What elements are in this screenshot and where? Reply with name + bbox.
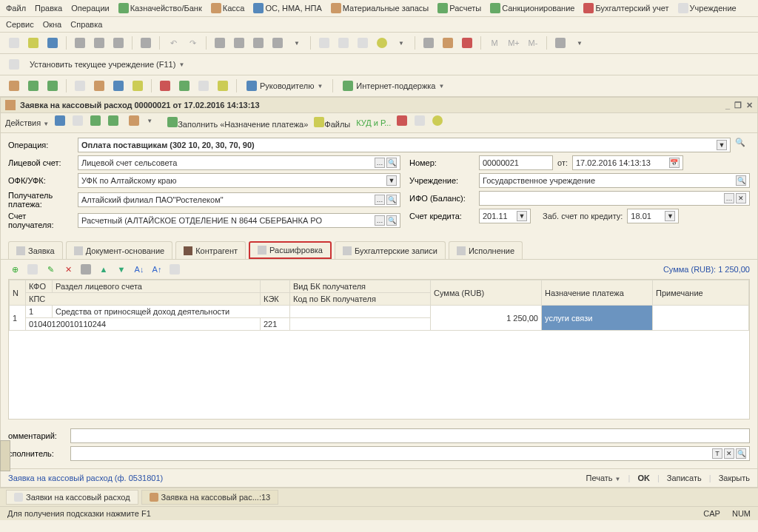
tb-calc-icon[interactable] xyxy=(420,35,437,51)
tb-item1-icon[interactable] xyxy=(212,35,228,51)
gb-settings-icon[interactable] xyxy=(168,263,181,276)
wintab-2[interactable]: Заявка на кассовый рас...:13 xyxy=(141,490,279,505)
doc-help-icon[interactable] xyxy=(432,115,447,130)
save-button[interactable]: Записать xyxy=(667,474,702,482)
tb3-i6-icon[interactable] xyxy=(110,78,127,94)
tb-item3-icon[interactable] xyxy=(250,35,266,51)
tb-m-icon[interactable]: M xyxy=(486,35,503,51)
tb-save-icon[interactable] xyxy=(44,35,61,51)
menu-os[interactable]: ОС, НМА, НПА xyxy=(253,3,321,13)
gb-icon1[interactable] xyxy=(79,263,93,276)
ls-input[interactable]: Лицевой счет сельсовета…🔍 xyxy=(78,155,400,170)
tab-basis[interactable]: Документ-основание xyxy=(66,241,172,259)
search-icon[interactable]: 🔍 xyxy=(386,195,397,205)
payee-input[interactable]: Алтайский филиал ПАО"Ростелеком"…🔍 xyxy=(78,192,400,207)
tb-dropdown-icon[interactable]: ▼ xyxy=(289,35,305,51)
tb-grid3-icon[interactable] xyxy=(355,35,371,51)
col-n[interactable]: N xyxy=(10,280,26,306)
data-grid[interactable]: N КФО Раздел лицевого счета Вид БК получ… xyxy=(8,279,750,420)
operation-input[interactable]: Оплата поставщикам (302 10, 20, 30, 70, … xyxy=(78,138,731,152)
menu-help[interactable]: Справка xyxy=(70,20,102,29)
tb-grid1-icon[interactable] xyxy=(316,35,332,51)
col-bk-code[interactable]: Код по БК получателя xyxy=(290,293,431,306)
tb-undo-icon[interactable]: ↶ xyxy=(165,35,181,51)
edit-row-icon[interactable]: ✎ xyxy=(44,263,57,276)
tb-dd3-icon[interactable]: ▼ xyxy=(571,35,588,51)
tb2-inst-icon[interactable] xyxy=(6,56,22,73)
date-input[interactable]: 17.02.2016 14:13:13📅 xyxy=(572,155,683,170)
ellipsis-icon[interactable]: … xyxy=(724,193,734,203)
doc-tb1-icon[interactable] xyxy=(55,115,70,130)
tb-item4-icon[interactable] xyxy=(269,35,286,51)
tb3-i1-icon[interactable] xyxy=(6,78,22,94)
sort-asc-icon[interactable]: A↓ xyxy=(133,263,146,276)
search-icon[interactable]: 🔍 xyxy=(736,448,746,459)
ellipsis-icon[interactable]: … xyxy=(375,215,385,226)
wintab-1[interactable]: Заявки на кассовый расход xyxy=(6,490,138,505)
clear-icon[interactable]: ✕ xyxy=(724,448,734,459)
tb3-i4-icon[interactable] xyxy=(72,78,88,94)
move-down-icon[interactable]: ▼ xyxy=(115,263,128,276)
tb-wrench-icon[interactable] xyxy=(552,35,568,51)
tb-redo-icon[interactable]: ↷ xyxy=(184,35,201,51)
tb3-i10-icon[interactable] xyxy=(195,78,212,94)
tab-contractor[interactable]: Контрагент xyxy=(175,241,246,259)
credit-input[interactable]: 201.11▼ xyxy=(479,209,531,223)
win-close-icon[interactable]: ✕ xyxy=(746,101,753,110)
col-sum[interactable]: Сумма (RUB) xyxy=(431,280,542,306)
tb-red-icon[interactable] xyxy=(459,35,475,51)
menu-calc[interactable]: Расчеты xyxy=(437,3,481,13)
tb3-i3-icon[interactable] xyxy=(44,78,61,94)
col-kps[interactable]: КПС xyxy=(26,293,261,306)
ok-button[interactable]: OK xyxy=(637,474,650,482)
copy-row-icon[interactable] xyxy=(26,263,39,276)
col-purpose[interactable]: Назначение платежа xyxy=(542,280,653,306)
col-note[interactable]: Примечание xyxy=(653,280,749,306)
doc-tb5-icon[interactable] xyxy=(129,115,144,130)
tb-mminus-icon[interactable]: M- xyxy=(525,35,541,51)
sort-desc-icon[interactable]: A↑ xyxy=(150,263,164,276)
menu-windows[interactable]: Окна xyxy=(43,20,62,29)
doc-tb7-icon[interactable] xyxy=(415,115,429,130)
close-button[interactable]: Закрыть xyxy=(719,474,750,482)
ellipsis-icon[interactable]: … xyxy=(375,158,385,168)
menu-ops[interactable]: Операции xyxy=(71,3,109,13)
print-button[interactable]: Печать ▼ xyxy=(586,474,621,482)
win-minimize-icon[interactable]: _ xyxy=(725,101,730,110)
col-kfo[interactable]: КФО xyxy=(26,280,53,293)
tb3-i7-icon[interactable] xyxy=(130,78,146,94)
zab-input[interactable]: 18.01▼ xyxy=(627,209,679,223)
ellipsis-icon[interactable]: … xyxy=(375,195,385,205)
tb3-manager[interactable]: Руководителю ▼ xyxy=(242,78,327,93)
tb3-i9-icon[interactable] xyxy=(176,78,192,94)
delete-row-icon[interactable]: ✕ xyxy=(61,263,75,276)
menu-accounting[interactable]: Бухгалтерский учет xyxy=(583,3,668,13)
tb-mplus-icon[interactable]: M+ xyxy=(506,35,522,51)
doc-tb2-icon[interactable] xyxy=(73,115,87,130)
doc-files-button[interactable]: Файлы xyxy=(314,117,350,129)
tb-item2-icon[interactable] xyxy=(231,35,247,51)
menu-edit[interactable]: Правка xyxy=(35,3,62,13)
menu-file[interactable]: Файл xyxy=(6,3,26,13)
num-input[interactable]: 00000021 xyxy=(479,155,553,170)
search-icon[interactable]: 🔍 xyxy=(736,175,746,186)
tb-grid2-icon[interactable] xyxy=(335,35,352,51)
col-kek[interactable]: КЭК xyxy=(261,293,290,306)
tb-cut-icon[interactable] xyxy=(72,35,88,51)
ofk-input[interactable]: УФК по Алтайскому краю▼ xyxy=(78,173,400,188)
col-bk[interactable]: Вид БК получателя xyxy=(290,280,431,293)
doc-actions[interactable]: Действия ▼ xyxy=(5,118,49,127)
win-restore-icon[interactable]: ❐ xyxy=(734,101,742,110)
add-row-icon[interactable]: ⊕ xyxy=(8,263,21,276)
doc-fill-button[interactable]: Заполнить «Назначение платежа» xyxy=(167,117,308,129)
dropdown-icon[interactable]: ▼ xyxy=(717,140,727,150)
search-icon[interactable]: 🔍 xyxy=(386,215,397,226)
menu-service[interactable]: Сервис xyxy=(6,20,34,29)
search-icon[interactable]: 🔍 xyxy=(386,158,397,168)
tb-copy-icon[interactable] xyxy=(91,35,107,51)
tab-entries[interactable]: Бухгалтерские записи xyxy=(335,241,446,259)
doc-tb3-icon[interactable] xyxy=(90,115,105,130)
tb3-i2-icon[interactable] xyxy=(25,78,41,94)
acc-input[interactable]: Расчетный (АЛТАЙСКОЕ ОТДЕЛЕНИЕ N 8644 СБ… xyxy=(78,213,400,228)
t-icon[interactable]: T xyxy=(712,448,722,459)
